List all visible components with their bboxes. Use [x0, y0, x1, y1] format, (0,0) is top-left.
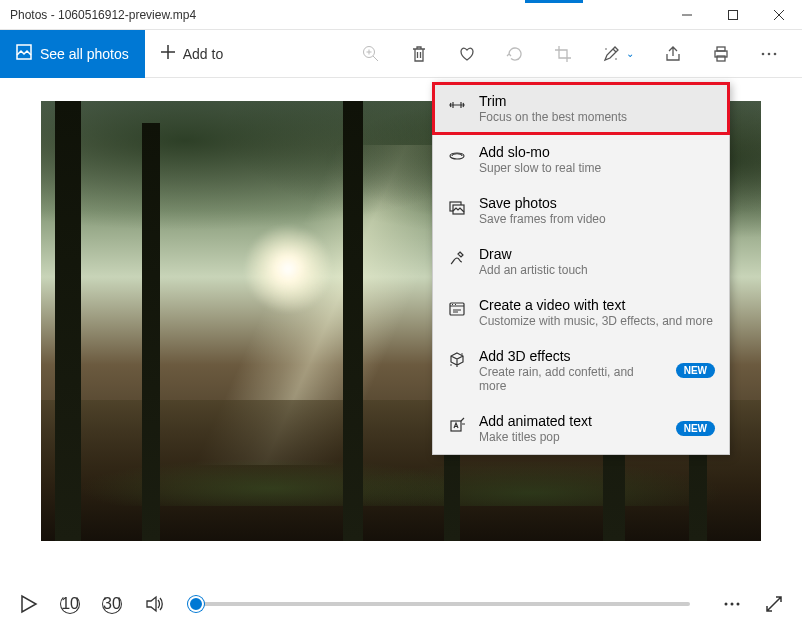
see-all-photos-button[interactable]: See all photos	[0, 30, 145, 78]
menu-item-video-text[interactable]: Create a video with text Customize with …	[433, 287, 729, 338]
menu-sub: Add an artistic touch	[479, 263, 715, 277]
svg-point-10	[774, 52, 777, 55]
menu-title: Trim	[479, 93, 715, 109]
rotate-icon[interactable]	[506, 45, 524, 63]
new-badge: NEW	[676, 421, 715, 436]
svg-point-3	[615, 58, 617, 60]
menu-item-save-photos[interactable]: Save photos Save frames from video	[433, 185, 729, 236]
svg-point-15	[461, 353, 463, 355]
more-icon[interactable]	[760, 45, 778, 63]
fullscreen-button[interactable]	[764, 594, 784, 614]
svg-point-4	[605, 48, 607, 50]
playback-controls: 10 30	[0, 574, 802, 634]
window-active-indicator	[525, 0, 583, 3]
more-playback-icon[interactable]	[722, 594, 742, 614]
menu-sub: Super slow to real time	[479, 161, 715, 175]
menu-item-slomo[interactable]: Add slo-mo Super slow to real time	[433, 134, 729, 185]
menu-item-3d-effects[interactable]: Add 3D effects Create rain, add confetti…	[433, 338, 729, 403]
draw-icon	[447, 248, 467, 268]
minimize-button[interactable]	[664, 0, 710, 30]
menu-sub: Focus on the best moments	[479, 110, 715, 124]
menu-sub: Make titles pop	[479, 430, 664, 444]
edit-dropdown: Trim Focus on the best moments Add slo-m…	[432, 82, 730, 455]
toolbar: See all photos Add to ⌄	[0, 30, 802, 78]
menu-title: Add animated text	[479, 413, 664, 429]
chevron-down-icon: ⌄	[626, 48, 634, 59]
svg-rect-0	[729, 10, 738, 19]
volume-button[interactable]	[144, 594, 164, 614]
menu-sub: Customize with music, 3D effects, and mo…	[479, 314, 715, 328]
save-photos-icon	[447, 197, 467, 217]
favorite-icon[interactable]	[458, 45, 476, 63]
crop-icon[interactable]	[554, 45, 572, 63]
edit-menu-button[interactable]: ⌄	[602, 45, 634, 63]
slomo-icon	[447, 146, 467, 166]
menu-title: Add slo-mo	[479, 144, 715, 160]
svg-point-18	[725, 603, 728, 606]
add-to-button[interactable]: Add to	[145, 30, 239, 78]
maximize-button[interactable]	[710, 0, 756, 30]
zoom-icon[interactable]	[362, 45, 380, 63]
svg-point-20	[737, 603, 740, 606]
svg-point-8	[762, 52, 765, 55]
menu-sub: Create rain, add confetti, and more	[479, 365, 664, 393]
svg-point-19	[731, 603, 734, 606]
print-icon[interactable]	[712, 45, 730, 63]
3d-effects-icon	[447, 350, 467, 370]
svg-rect-6	[717, 47, 725, 51]
menu-item-animated-text[interactable]: Add animated text Make titles pop NEW	[433, 403, 729, 454]
menu-item-trim[interactable]: Trim Focus on the best moments	[433, 83, 729, 134]
svg-point-16	[450, 364, 452, 366]
close-button[interactable]	[756, 0, 802, 30]
menu-title: Create a video with text	[479, 297, 715, 313]
photos-icon	[16, 44, 32, 63]
delete-icon[interactable]	[410, 45, 428, 63]
see-all-label: See all photos	[40, 46, 129, 62]
skip-back-button[interactable]: 10	[60, 594, 80, 614]
play-button[interactable]	[18, 594, 38, 614]
timeline-slider[interactable]	[196, 602, 690, 606]
new-badge: NEW	[676, 363, 715, 378]
skip-forward-button[interactable]: 30	[102, 594, 122, 614]
menu-title: Save photos	[479, 195, 715, 211]
add-to-label: Add to	[183, 46, 223, 62]
titlebar: Photos - 1060516912-preview.mp4	[0, 0, 802, 30]
trim-icon	[447, 95, 467, 115]
timeline-thumb[interactable]	[188, 596, 204, 612]
share-icon[interactable]	[664, 45, 682, 63]
menu-sub: Save frames from video	[479, 212, 715, 226]
menu-title: Draw	[479, 246, 715, 262]
window-title: Photos - 1060516912-preview.mp4	[10, 8, 664, 22]
svg-point-9	[768, 52, 771, 55]
plus-icon	[161, 45, 175, 62]
video-text-icon	[447, 299, 467, 319]
menu-item-draw[interactable]: Draw Add an artistic touch	[433, 236, 729, 287]
menu-title: Add 3D effects	[479, 348, 664, 364]
animated-text-icon	[447, 415, 467, 435]
